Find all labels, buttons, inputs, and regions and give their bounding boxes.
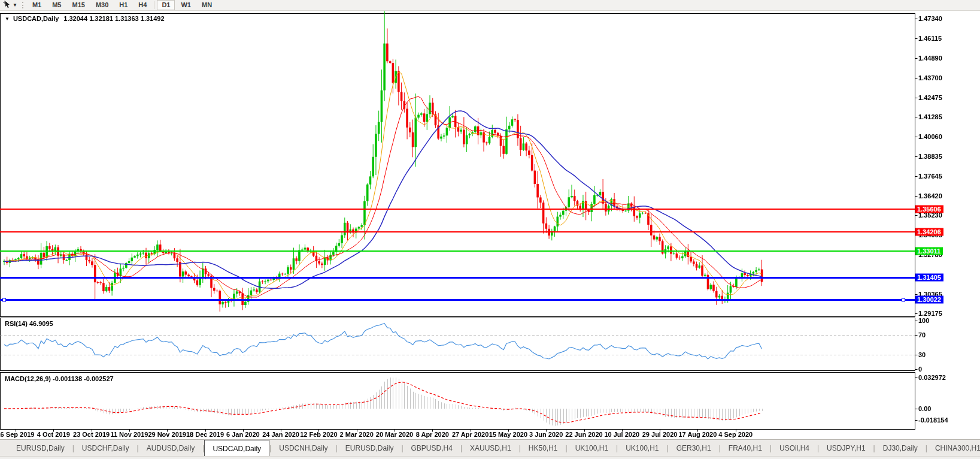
date-tick-label: 4 Sep 2020: [718, 431, 753, 438]
price-line-badge: 1.35606: [915, 205, 943, 213]
date-tick-label: 10 Jul 2020: [604, 431, 639, 438]
price-tick-label: 1.29175: [918, 310, 942, 317]
date-tick-label: 3 Jun 2020: [529, 431, 563, 438]
date-tick-label: 29 Jul 2020: [642, 431, 678, 438]
top-toolbar: ▼ M1M5M15M30H1H4D1W1MN: [0, 0, 980, 11]
price-tick-label: 1.37645: [918, 173, 942, 180]
timeframe-button-mn[interactable]: MN: [197, 0, 217, 10]
date-tick-label: 11 Nov 2019: [110, 431, 148, 438]
date-tick-label: 15 May 2020: [489, 431, 527, 438]
chart-tab-gbpusd-h4[interactable]: GBPUSD,H4: [403, 440, 460, 457]
price-tick-label: 1.41285: [918, 113, 942, 120]
price-line-badge: 1.34206: [915, 228, 943, 235]
timeframe-button-h4[interactable]: H4: [134, 0, 151, 10]
price-line-badge: 1.30022: [915, 296, 943, 304]
timeframe-button-group: M1M5M15M30H1H4D1W1MN: [27, 0, 217, 10]
chart-tab-dj30-daily[interactable]: DJ30,Daily: [875, 440, 926, 457]
date-tick-label: 29 Nov 2019: [148, 431, 186, 438]
chart-tab-eurusd-daily[interactable]: EURUSD,Daily: [8, 440, 72, 457]
chart-tab-bar: EURUSD,Daily|USDCHF,Daily|AUDUSD,Daily|U…: [0, 439, 980, 457]
rsi-indicator-label: RSI(14) 46.9095: [5, 320, 53, 327]
rsi-tick-label: 30: [918, 351, 926, 358]
price-tick-label: 1.42475: [918, 94, 942, 101]
chart-tab-usdjpy-h1[interactable]: USDJPY,H1: [819, 440, 873, 457]
macd-tick-label: -0.018154: [918, 416, 948, 424]
price-line-badge: 1.33011: [915, 247, 943, 255]
chart-tab-hk50-h1[interactable]: HK50,H1: [521, 440, 566, 457]
rsi-tick-label: 100: [918, 317, 929, 324]
chart-tabs: EURUSD,Daily|USDCHF,Daily|AUDUSD,Daily|U…: [0, 440, 980, 457]
price-tick-label: 1.40060: [918, 133, 942, 140]
price-tick-label: 1.43700: [918, 74, 942, 81]
chart-tab-usdcad-daily[interactable]: USDCAD,Daily: [204, 440, 269, 457]
chart-tab-eurusd-daily[interactable]: EURUSD,Daily: [338, 440, 402, 457]
crosshair-tool-button[interactable]: ▼: [0, 1, 20, 10]
price-tick-label: 1.36420: [918, 192, 942, 200]
price-tick-label: 1.46115: [918, 35, 942, 42]
timeframe-button-m15[interactable]: M15: [67, 0, 89, 10]
timeframe-button-m30[interactable]: M30: [91, 0, 113, 10]
date-tick-label: 2 Mar 2020: [340, 431, 374, 438]
macd-indicator-label: MACD(12,26,9) -0.001138 -0.002527: [5, 375, 114, 382]
timeframe-button-d1[interactable]: D1: [157, 0, 175, 10]
chart-title: ▼USDCAD,Daily1.32044 1.32181 1.31363 1.3…: [5, 15, 165, 22]
chart-tab-china300-h1[interactable]: CHINA300,H1: [927, 440, 980, 457]
macd-tick-label: 0.032972: [918, 374, 946, 381]
price-tick-label: 1.44890: [918, 55, 942, 62]
date-tick-label: 18 Dec 2019: [186, 431, 224, 438]
chart-tab-xauusd-h1[interactable]: XAUUSD,H1: [462, 440, 519, 457]
chart-tab-uk100-h1[interactable]: UK100,H1: [618, 440, 666, 457]
macd-tick-label: 0.00: [918, 405, 931, 412]
date-tick-label: 20 Mar 2020: [376, 431, 413, 438]
symbol-dropdown-icon[interactable]: ▼: [5, 16, 10, 22]
toolbar-grip-handle[interactable]: [22, 2, 23, 8]
timeframe-button-m1[interactable]: M1: [28, 0, 46, 10]
rsi-tick-label: 0: [918, 366, 922, 373]
chart-tab-audusd-daily[interactable]: AUDUSD,Daily: [139, 440, 203, 457]
chart-tab-usdchf-daily[interactable]: USDCHF,Daily: [74, 440, 137, 457]
symbol-period-label: USDCAD,Daily: [13, 15, 59, 22]
timeframe-button-m5[interactable]: M5: [47, 0, 66, 10]
date-tick-label: 27 Apr 2020: [452, 431, 489, 438]
chart-tab-usoil-h4[interactable]: USOil,H4: [772, 440, 817, 457]
date-tick-label: 12 Feb 2020: [300, 431, 337, 438]
date-tick-label: 4 Oct 2019: [37, 431, 70, 438]
timeframe-button-h1[interactable]: H1: [114, 0, 132, 10]
date-tick-label: 8 Apr 2020: [416, 431, 449, 438]
price-tick-label: 1.47340: [918, 15, 942, 22]
date-tick-label: 22 Jun 2020: [565, 431, 602, 438]
chart-tab-uk100-h1[interactable]: UK100,H1: [568, 440, 616, 457]
date-tick-label: 16 Sep 2019: [0, 431, 35, 438]
date-tick-label: 6 Jan 2020: [226, 431, 260, 438]
chart-tab-ger30-h1[interactable]: GER30,H1: [669, 440, 719, 457]
chevron-down-icon: ▼: [13, 2, 17, 8]
chart-canvas[interactable]: [0, 0, 980, 459]
rsi-tick-label: 70: [918, 331, 926, 339]
price-line-badge: 1.31405: [915, 273, 943, 281]
crosshair-icon: [2, 0, 11, 11]
chart-tab-usdcnh-daily[interactable]: USDCNH,Daily: [271, 440, 335, 457]
date-tick-label: 17 Aug 2020: [678, 431, 717, 438]
date-tick-label: 23 Oct 2019: [73, 431, 110, 438]
date-tick-label: 24 Jan 2020: [262, 431, 299, 438]
toolbar-separator: [154, 1, 154, 9]
price-tick-label: 1.38835: [918, 153, 942, 160]
ohlc-quote-values: 1.32044 1.32181 1.31363 1.31492: [63, 15, 164, 22]
status-strip: [0, 456, 980, 459]
chart-tab-fra40-h1[interactable]: FRA40,H1: [721, 440, 770, 457]
timeframe-button-w1[interactable]: W1: [176, 0, 196, 10]
